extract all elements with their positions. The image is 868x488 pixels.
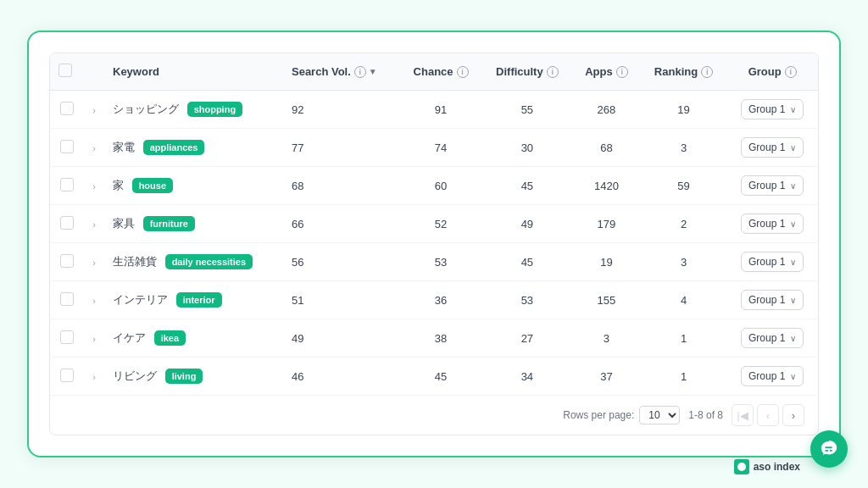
page-nav-controls: |◀ ‹ › xyxy=(732,404,804,426)
row-ranking: 19 xyxy=(641,91,727,129)
keyword-jp: ショッピング xyxy=(113,103,179,115)
row-chance: 53 xyxy=(400,243,482,281)
group-chevron-down-icon: ∨ xyxy=(790,372,796,381)
row-ranking: 3 xyxy=(641,129,727,167)
first-page-button[interactable]: |◀ xyxy=(732,404,754,426)
row-expand-chevron[interactable]: › xyxy=(92,296,96,306)
prev-page-button[interactable]: ‹ xyxy=(757,404,779,426)
header-search-vol: Search Vol. i ▼ xyxy=(283,53,400,91)
apps-info-icon[interactable]: i xyxy=(616,66,628,78)
row-apps: 155 xyxy=(572,281,640,319)
row-keyword-cell: イケア ikea xyxy=(104,319,283,358)
group-chevron-down-icon: ∨ xyxy=(790,334,796,343)
logo-icon xyxy=(734,459,749,474)
row-checkbox-cell xyxy=(50,281,84,319)
row-expand-chevron[interactable]: › xyxy=(92,258,96,268)
rows-per-page-control: Rows per page: 10 25 50 xyxy=(563,406,680,424)
row-expand-chevron[interactable]: › xyxy=(92,372,96,382)
group-dropdown[interactable]: Group 1 ∨ xyxy=(741,366,804,386)
row-expand-cell: › xyxy=(84,205,104,243)
keyword-jp: インテリア xyxy=(113,293,168,306)
row-apps: 268 xyxy=(572,91,640,129)
page-info-text: 1-8 of 8 xyxy=(688,409,723,421)
row-expand-chevron[interactable]: › xyxy=(92,219,96,230)
data-table-container: Keyword Search Vol. i ▼ Chance i xyxy=(49,53,819,435)
search-vol-sort-icon[interactable]: ▼ xyxy=(369,67,377,76)
row-group-cell: Group 1 ∨ xyxy=(726,358,818,396)
row-ranking: 2 xyxy=(641,205,727,243)
row-checkbox[interactable] xyxy=(60,369,74,382)
row-difficulty: 30 xyxy=(482,129,573,167)
row-checkbox[interactable] xyxy=(60,216,74,230)
row-expand-cell: › xyxy=(84,319,104,358)
row-expand-chevron[interactable]: › xyxy=(92,143,96,153)
group-info-icon[interactable]: i xyxy=(785,66,797,78)
row-search-vol: 77 xyxy=(283,129,400,167)
chance-col-label: Chance xyxy=(414,65,453,78)
difficulty-col-label: Difficulty xyxy=(496,65,543,78)
chance-info-icon[interactable]: i xyxy=(457,66,469,78)
table-row: › イケア ikea 49 38 27 3 1 Group 1 ∨ xyxy=(50,319,818,358)
row-difficulty: 49 xyxy=(482,205,573,243)
table-row: › 生活雑貨 daily necessities 56 53 45 19 3 G… xyxy=(50,243,818,281)
rows-per-page-select[interactable]: 10 25 50 xyxy=(639,406,680,424)
row-keyword-cell: 家 house xyxy=(104,167,283,205)
row-ranking: 4 xyxy=(641,281,727,319)
search-vol-info-icon[interactable]: i xyxy=(354,66,366,78)
row-checkbox[interactable] xyxy=(60,178,74,191)
table-row: › ショッピング shopping 92 91 55 268 19 Group … xyxy=(50,91,818,129)
group-dropdown[interactable]: Group 1 ∨ xyxy=(741,328,804,348)
row-keyword-cell: ショッピング shopping xyxy=(104,91,283,129)
keyword-jp: 生活雑貨 xyxy=(113,255,157,268)
chat-icon xyxy=(820,440,838,458)
keyword-tag: daily necessities xyxy=(165,254,253,269)
row-keyword-cell: インテリア interior xyxy=(104,281,283,319)
row-expand-chevron[interactable]: › xyxy=(92,334,96,344)
row-difficulty: 45 xyxy=(482,167,573,205)
ranking-info-icon[interactable]: i xyxy=(701,66,713,78)
row-checkbox[interactable] xyxy=(60,140,74,153)
row-expand-cell: › xyxy=(84,129,104,167)
row-chance: 74 xyxy=(400,129,482,167)
ranking-col-label: Ranking xyxy=(654,65,698,78)
row-chance: 45 xyxy=(400,358,482,396)
row-checkbox[interactable] xyxy=(60,102,74,115)
apps-col-label: Apps xyxy=(585,65,613,78)
difficulty-info-icon[interactable]: i xyxy=(547,66,559,78)
group-chevron-down-icon: ∨ xyxy=(790,258,796,267)
row-keyword-cell: 家具 furniture xyxy=(104,205,283,243)
group-dropdown[interactable]: Group 1 ∨ xyxy=(741,137,804,158)
row-difficulty: 55 xyxy=(482,91,573,129)
table-row: › 家電 appliances 77 74 30 68 3 Group 1 ∨ xyxy=(50,129,818,167)
row-checkbox[interactable] xyxy=(60,330,74,344)
select-all-checkbox[interactable] xyxy=(58,64,72,77)
row-expand-chevron[interactable]: › xyxy=(92,181,96,191)
chat-button[interactable] xyxy=(810,430,848,468)
row-chance: 36 xyxy=(400,281,482,319)
table-row: › 家 house 68 60 45 1420 59 Group 1 ∨ xyxy=(50,167,818,205)
group-dropdown[interactable]: Group 1 ∨ xyxy=(741,214,804,234)
group-value: Group 1 xyxy=(748,103,785,115)
group-dropdown[interactable]: Group 1 ∨ xyxy=(741,99,804,119)
next-page-button[interactable]: › xyxy=(782,404,804,426)
row-checkbox[interactable] xyxy=(60,292,74,306)
table-row: › インテリア interior 51 36 53 155 4 Group 1 … xyxy=(50,281,818,319)
group-value: Group 1 xyxy=(748,218,785,230)
group-dropdown[interactable]: Group 1 ∨ xyxy=(741,290,804,310)
group-value: Group 1 xyxy=(748,180,785,191)
keyword-tag: shopping xyxy=(187,102,243,117)
keyword-tag: ikea xyxy=(154,330,186,346)
group-col-label: Group xyxy=(748,65,782,78)
group-dropdown[interactable]: Group 1 ∨ xyxy=(741,175,804,196)
row-search-vol: 92 xyxy=(283,91,400,129)
keyword-jp: リビング xyxy=(113,369,157,382)
group-chevron-down-icon: ∨ xyxy=(790,181,796,191)
group-value: Group 1 xyxy=(748,256,785,268)
header-group: Group i xyxy=(726,53,818,91)
group-dropdown[interactable]: Group 1 ∨ xyxy=(741,252,804,272)
row-keyword-cell: 家電 appliances xyxy=(104,129,283,167)
row-checkbox[interactable] xyxy=(60,254,74,268)
row-expand-chevron[interactable]: › xyxy=(92,105,96,115)
row-expand-cell: › xyxy=(84,281,104,319)
row-difficulty: 34 xyxy=(482,358,573,396)
